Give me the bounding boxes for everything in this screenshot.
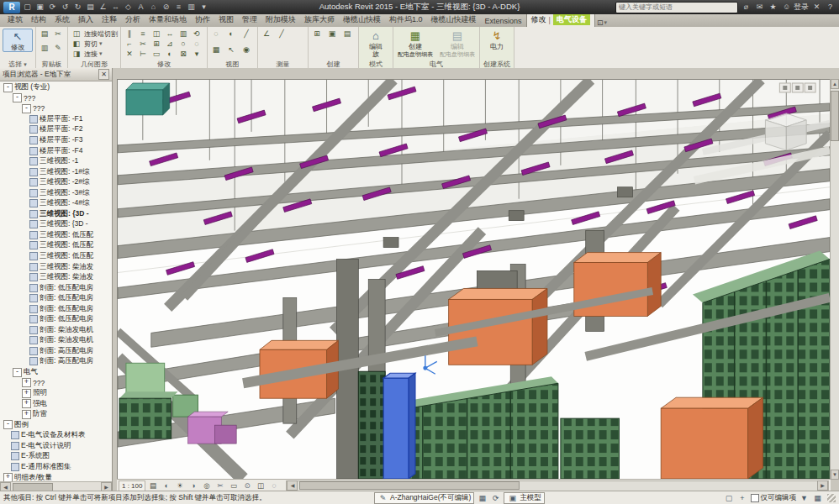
copy-icon[interactable]: ▥ xyxy=(39,43,50,54)
lock-3d-view-icon[interactable]: ⊙ xyxy=(240,480,253,491)
tree-item-3d-view[interactable]: 三维视图: 柴油发 xyxy=(0,272,112,283)
edit-panel-schedule-button[interactable]: ▤ 编辑 配电盘明细表 xyxy=(438,29,477,59)
tab-view[interactable]: 视图 xyxy=(214,13,238,27)
tab-glsmod2[interactable]: 橄榄山快建模 xyxy=(427,13,481,27)
scroll-thumb[interactable] xyxy=(299,481,520,490)
tree-item-section[interactable]: 剖面: 柴油发电机 xyxy=(0,325,112,336)
visual-style-icon[interactable]: ◐ xyxy=(160,480,172,491)
favorites-icon[interactable]: ★ xyxy=(768,2,778,13)
thin-lines-icon[interactable]: ≡ xyxy=(173,2,184,13)
create-panel-schedule-button[interactable]: ▦ 创建 配电盘明细表 xyxy=(396,29,435,59)
tree-item-3d-view[interactable]: 三维视图: -3#综 xyxy=(0,187,112,198)
tree-item-3d-view[interactable]: 三维视图: 低压配 xyxy=(0,240,112,251)
scroll-right-icon[interactable]: ▶ xyxy=(817,480,828,491)
override-graphics-icon[interactable]: ◐ xyxy=(225,29,237,39)
tree-item-legend[interactable]: E-电气设计说明 xyxy=(0,441,112,452)
match-type-icon[interactable]: ✎ xyxy=(52,43,64,54)
cut-geometry-button[interactable]: ◧ 剪切 ▾ xyxy=(71,39,118,49)
tree-item[interactable]: -??? xyxy=(0,93,112,104)
demolish-icon[interactable]: ⊠ xyxy=(177,49,189,60)
linework-icon[interactable]: ╱ xyxy=(240,29,252,39)
tree-item[interactable]: +??? xyxy=(0,377,112,388)
detail-level-icon[interactable]: ▤ xyxy=(146,480,159,491)
tab-insert[interactable]: 插入 xyxy=(74,13,98,27)
tab-systems[interactable]: 系统 xyxy=(50,13,74,27)
undo-icon[interactable]: ↺ xyxy=(60,2,71,13)
tree-item-3d-view[interactable]: 三维视图: -4#综 xyxy=(0,198,112,209)
hide-in-view-icon[interactable]: ◌ xyxy=(210,29,222,39)
tree-item-floor-plan[interactable]: 楼层平面: -F1 xyxy=(0,114,112,125)
viewport[interactable] xyxy=(117,79,831,480)
collapse-icon[interactable]: - xyxy=(3,83,13,92)
tree-item-section[interactable]: 剖面: 低压配电房 xyxy=(0,314,112,325)
tree-item-legend[interactable]: E-通用标准图集 xyxy=(0,462,112,473)
sun-path-icon[interactable]: ☀ xyxy=(173,480,186,491)
vertical-scrollbar[interactable]: ▲ ▼ xyxy=(830,79,839,480)
tab-structure[interactable]: 结构 xyxy=(27,13,50,27)
tree-item-lightning[interactable]: +防雷 xyxy=(0,409,112,420)
section-icon[interactable]: ⊘ xyxy=(161,2,171,13)
scroll-up-icon[interactable]: ▲ xyxy=(831,79,839,89)
qat-dropdown-icon[interactable]: ▾ xyxy=(198,2,209,13)
transformer-front[interactable] xyxy=(661,397,762,479)
displace-elements-icon[interactable]: ↖ xyxy=(225,45,237,55)
tab-collaborate[interactable]: 协作 xyxy=(191,13,214,27)
tab-addins[interactable]: 附加模块 xyxy=(261,13,300,27)
tree-item-section[interactable]: 剖面: 高压配电房 xyxy=(0,356,112,367)
tree-item-electrical[interactable]: -电气 xyxy=(0,367,112,378)
expand-icon[interactable]: + xyxy=(3,473,13,481)
tree-item-section[interactable]: 剖面: 低压配电房 xyxy=(0,293,112,304)
hide-isolate-icon[interactable]: ◫ xyxy=(254,480,266,491)
sync-status-icon[interactable]: ⟳ xyxy=(490,493,501,503)
tree-item-schedules[interactable]: +明细表/数量 xyxy=(0,472,112,481)
delete-icon[interactable]: ✕ xyxy=(124,49,135,60)
switchgear-left[interactable] xyxy=(119,391,178,438)
tree-item-legends[interactable]: -图例 xyxy=(0,420,112,431)
shadows-icon[interactable]: ◑ xyxy=(187,480,199,491)
text-icon[interactable]: A xyxy=(135,2,146,13)
create-assembly-icon[interactable]: ▤ xyxy=(341,29,353,39)
tree-item-floor-plan[interactable]: 楼层平面: -F2 xyxy=(0,124,112,135)
extend-icon[interactable]: ⊢ xyxy=(137,49,149,60)
scroll-down-icon[interactable]: ▼ xyxy=(831,470,839,480)
tree-item-current-3d-view[interactable]: 三维视图: {3D - xyxy=(0,209,112,220)
expand-icon[interactable]: + xyxy=(22,389,31,398)
search-icon[interactable]: ⌀ xyxy=(741,2,752,13)
panel-label-select[interactable]: 选择 ▾ xyxy=(0,60,35,68)
dark-cabinet[interactable] xyxy=(358,371,385,479)
project-browser-title[interactable]: 项目浏览器 - E地下室 ✕ xyxy=(0,68,112,81)
filter-icon[interactable]: ▼ xyxy=(799,493,810,503)
match-icon[interactable]: ▭ xyxy=(150,49,162,60)
expand-icon[interactable]: + xyxy=(22,410,31,419)
checkbox-box[interactable] xyxy=(751,494,759,502)
tree-item-power[interactable]: +强电 xyxy=(0,398,112,409)
measure-icon[interactable]: ∠ xyxy=(98,2,108,13)
modify-select-button[interactable]: ↖ 修改 xyxy=(3,29,33,52)
tree-item-3d-view[interactable]: 三维视图: -1 xyxy=(0,156,112,167)
horizontal-scrollbar[interactable]: ◀ ▶ xyxy=(286,480,829,491)
infocenter-search-input[interactable] xyxy=(615,2,738,13)
tree-item-views[interactable]: -视图 (专业) xyxy=(0,82,112,93)
exclude-options-icon[interactable]: ▢ xyxy=(724,493,735,503)
aligned-dimension-icon[interactable]: ↔ xyxy=(110,2,121,13)
power-button[interactable]: ↯ 电力 xyxy=(483,29,511,50)
tab-extensions[interactable]: Extensions xyxy=(481,16,526,27)
collapse-icon[interactable]: - xyxy=(13,93,22,102)
press-drag-icon[interactable]: + xyxy=(737,493,748,503)
tab-modify-context[interactable]: 修改 | 电气设备 xyxy=(526,13,595,27)
expand-icon[interactable]: + xyxy=(22,378,31,387)
scroll-thumb[interactable] xyxy=(831,91,839,141)
collapse-icon[interactable]: - xyxy=(13,368,22,377)
tree-item-3d-view[interactable]: 三维视图: 柴油发 xyxy=(0,261,112,272)
crop-view-icon[interactable]: ✂ xyxy=(214,480,226,491)
tree-item-legend[interactable]: E-系统图 xyxy=(0,451,112,462)
join-geometry-button[interactable]: ◨ 连接 ▾ xyxy=(71,49,118,59)
active-workset-select[interactable]: ✎ A-ZhangHaiGe(不可编辑) xyxy=(374,492,474,504)
cope-button[interactable]: ◫ 连接端切割 xyxy=(71,29,118,39)
open-icon[interactable]: ▢ xyxy=(22,2,33,13)
subscription-icon[interactable]: ✉ xyxy=(754,2,765,13)
reveal-hidden-icon[interactable]: ◌ xyxy=(267,480,280,491)
ribbon-display-caret-icon[interactable]: ▾ xyxy=(604,19,607,26)
scroll-thumb[interactable] xyxy=(13,483,53,491)
print-icon[interactable]: ▤ xyxy=(85,2,96,13)
